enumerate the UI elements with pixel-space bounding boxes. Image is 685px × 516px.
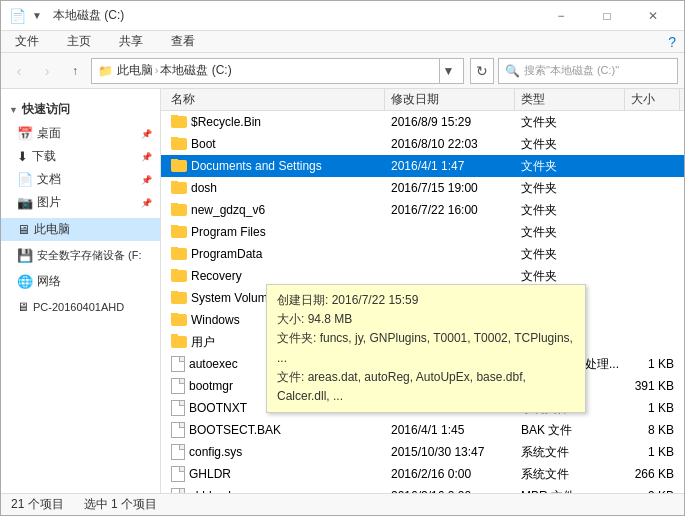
table-row[interactable]: BOOTSECT.BAK2016/4/1 1:45BAK 文件8 KB: [161, 419, 684, 441]
toolbar: ‹ › ↑ 📁 此电脑 › 本地磁盘 (C:) ▼ ↻ 🔍 搜索"本地磁盘 (C…: [1, 53, 684, 89]
menu-view[interactable]: 查看: [165, 31, 201, 52]
back-button[interactable]: ‹: [7, 59, 31, 83]
file-name: GHLDR: [189, 467, 231, 481]
menubar: 文件 主页 共享 查看 ?: [1, 31, 684, 53]
sidebar-item-documents[interactable]: 📄 文档 📌: [1, 168, 160, 191]
desktop-icon: 📅: [17, 126, 33, 141]
file-name: BOOTSECT.BAK: [189, 423, 281, 437]
file-date: 2016/7/22 16:00: [385, 203, 515, 217]
quick-access-collapse: ▼: [9, 105, 18, 115]
storage-icon: 💾: [17, 248, 33, 263]
file-name: ghldr.mbr: [189, 489, 239, 493]
table-row[interactable]: GHLDR2016/2/16 0:00系统文件266 KB: [161, 463, 684, 485]
pcname-icon: 🖥: [17, 300, 29, 314]
table-row[interactable]: Program Files文件夹: [161, 221, 684, 243]
menu-home[interactable]: 主页: [61, 31, 97, 52]
file-name: Boot: [191, 137, 216, 151]
address-segment-drive[interactable]: 本地磁盘 (C:): [160, 62, 231, 79]
file-size: 1 KB: [625, 401, 680, 415]
help-icon[interactable]: ?: [668, 34, 676, 50]
folder-small-icon: 📁: [98, 64, 113, 78]
file-size: 1 KB: [625, 357, 680, 371]
col-header-type[interactable]: 类型: [515, 89, 625, 110]
close-button[interactable]: ✕: [630, 1, 676, 31]
file-date: 2016/7/15 19:00: [385, 181, 515, 195]
menu-share[interactable]: 共享: [113, 31, 149, 52]
table-row[interactable]: config.sys2015/10/30 13:47系统文件1 KB: [161, 441, 684, 463]
sidebar-item-thispc[interactable]: 🖥 此电脑: [1, 218, 160, 241]
tooltip-files: 文件: areas.dat, autoReg, AutoUpEx, base.d…: [277, 368, 575, 406]
filelist-header: 名称 修改日期 类型 大小: [161, 89, 684, 111]
sidebar-label-documents: 文档: [37, 171, 61, 188]
search-bar[interactable]: 🔍 搜索"本地磁盘 (C:)": [498, 58, 678, 84]
download-icon: ⬇: [17, 149, 28, 164]
file-name: new_gdzq_v6: [191, 203, 265, 217]
table-row[interactable]: $Recycle.Bin2016/8/9 15:29文件夹: [161, 111, 684, 133]
statusbar: 21 个项目 选中 1 个项目: [1, 493, 684, 515]
table-row[interactable]: Boot2016/8/10 22:03文件夹: [161, 133, 684, 155]
forward-button[interactable]: ›: [35, 59, 59, 83]
file-type: 文件夹: [515, 114, 625, 131]
folder-icon: [171, 138, 187, 150]
table-row[interactable]: ghldr.mbr2016/2/16 0:00MBR 文件9 KB: [161, 485, 684, 493]
table-row[interactable]: Documents and Settings2016/4/1 1:47文件夹: [161, 155, 684, 177]
sidebar-item-desktop[interactable]: 📅 桌面 📌: [1, 122, 160, 145]
sidebar-item-downloads[interactable]: ⬇ 下载 📌: [1, 145, 160, 168]
file-tooltip: 创建日期: 2016/7/22 15:59 大小: 94.8 MB 文件夹: f…: [266, 284, 586, 413]
address-bar[interactable]: 📁 此电脑 › 本地磁盘 (C:) ▼: [91, 58, 464, 84]
search-icon: 🔍: [505, 64, 520, 78]
address-segment-pc[interactable]: 此电脑: [117, 62, 153, 79]
file-size: 9 KB: [625, 489, 680, 493]
table-row[interactable]: dosh2016/7/15 19:00文件夹: [161, 177, 684, 199]
address-separator: ›: [155, 65, 158, 76]
sidebar-item-storage[interactable]: 💾 安全数字存储设备 (F:: [1, 245, 160, 266]
file-type: 文件夹: [515, 246, 625, 263]
quick-access-header[interactable]: ▼ 快速访问: [1, 97, 160, 122]
minimize-button[interactable]: −: [538, 1, 584, 31]
file-name: BOOTNXT: [189, 401, 247, 415]
up-button[interactable]: ↑: [63, 59, 87, 83]
file-type: 系统文件: [515, 444, 625, 461]
folder-icon: [171, 116, 187, 128]
col-header-name[interactable]: 名称: [165, 89, 385, 110]
table-row[interactable]: ProgramData文件夹: [161, 243, 684, 265]
file-name: autoexec: [189, 357, 238, 371]
file-name: bootmgr: [189, 379, 233, 393]
file-type: 文件夹: [515, 202, 625, 219]
maximize-button[interactable]: □: [584, 1, 630, 31]
sidebar-label-network: 网络: [37, 273, 61, 290]
tooltip-created: 创建日期: 2016/7/22 15:59: [277, 291, 575, 310]
sidebar-item-pictures[interactable]: 📷 图片 📌: [1, 191, 160, 214]
file-name: 用户: [191, 334, 215, 351]
refresh-button[interactable]: ↻: [470, 58, 494, 84]
file-name: config.sys: [189, 445, 242, 459]
file-name: ProgramData: [191, 247, 262, 261]
file-date: 2016/2/16 0:00: [385, 489, 515, 493]
folder-icon: [171, 226, 187, 238]
sidebar-item-pcname[interactable]: 🖥 PC-20160401AHD: [1, 297, 160, 317]
file-date: 2015/10/30 13:47: [385, 445, 515, 459]
file-date: 2016/2/16 0:00: [385, 467, 515, 481]
status-count: 21 个项目: [11, 496, 64, 513]
file-icon: [171, 378, 185, 394]
explorer-window: 📄 ▼ 本地磁盘 (C:) − □ ✕ 文件 主页 共享 查看 ? ‹ › ↑ …: [0, 0, 685, 516]
col-header-size[interactable]: 大小: [625, 89, 680, 110]
file-name: Windows: [191, 313, 240, 327]
file-type: 系统文件: [515, 466, 625, 483]
file-icon: [171, 400, 185, 416]
file-date: 2016/8/10 22:03: [385, 137, 515, 151]
table-row[interactable]: new_gdzq_v62016/7/22 16:00文件夹: [161, 199, 684, 221]
file-icon: [171, 422, 185, 438]
file-name: Recovery: [191, 269, 242, 283]
address-dropdown[interactable]: ▼: [439, 59, 457, 83]
sidebar-label-thispc: 此电脑: [34, 221, 70, 238]
address-path: 此电脑 › 本地磁盘 (C:): [117, 62, 232, 79]
menu-file[interactable]: 文件: [9, 31, 45, 52]
file-name: dosh: [191, 181, 217, 195]
sidebar-label-pcname: PC-20160401AHD: [33, 301, 124, 313]
window-controls: − □ ✕: [538, 1, 676, 31]
col-header-date[interactable]: 修改日期: [385, 89, 515, 110]
pin-icon2: 📌: [141, 152, 152, 162]
sidebar-label-desktop: 桌面: [37, 125, 61, 142]
sidebar-item-network[interactable]: 🌐 网络: [1, 270, 160, 293]
